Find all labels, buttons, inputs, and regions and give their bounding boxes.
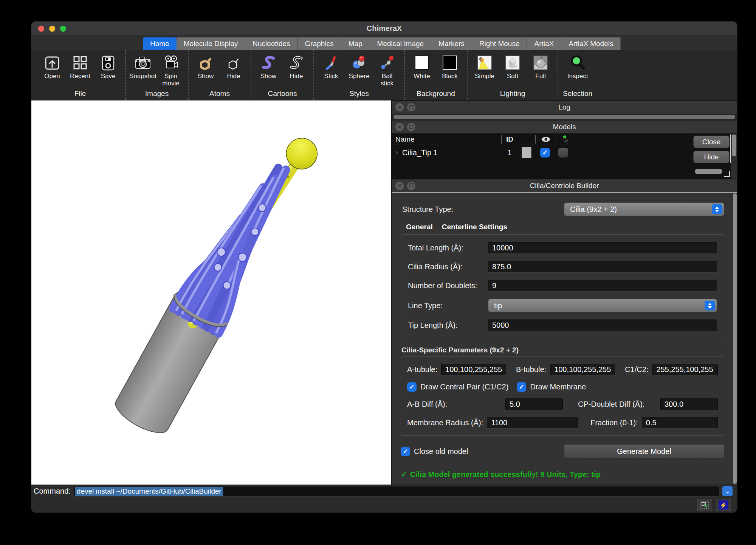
models-vertical-scrollbar[interactable]	[731, 134, 737, 179]
success-text: Cilia Model generated successfully! 9 Un…	[410, 470, 601, 479]
cilia-params-section-label: Cilia-Specific Parameters (9x2 + 2)	[401, 346, 724, 354]
log-horizontal-scrollbar[interactable]	[392, 114, 737, 120]
zoom-window-button[interactable]	[60, 26, 66, 32]
builder-vertical-scrollbar[interactable]	[732, 193, 737, 485]
tab-molecule-display[interactable]: Molecule Display	[177, 37, 246, 50]
diff-row: A-B Diff (Å): CP-Doublet Diff (Å):	[407, 398, 718, 410]
model-color-swatch[interactable]	[522, 147, 531, 158]
models-col-id[interactable]: ID	[501, 135, 518, 144]
total-length-input[interactable]	[488, 242, 717, 254]
tab-home[interactable]: Home	[143, 37, 177, 50]
tab-general[interactable]: General	[406, 223, 433, 231]
disclosure-icon[interactable]: ›	[392, 149, 402, 156]
command-selected-text: devel install ~/Documents/GitHub/CiliaBu…	[75, 487, 223, 496]
recent-button[interactable]: Recent	[68, 54, 93, 80]
tab-medical-image[interactable]: Medical Image	[370, 37, 432, 50]
c1c2-input[interactable]	[652, 364, 718, 375]
models-close-icon[interactable]: ✕	[395, 123, 404, 131]
cartoons-show-button[interactable]: Show	[256, 54, 281, 80]
toolbar-group-lighting: Simple Soft Full Lighting	[468, 50, 558, 100]
cp-doublet-diff-input[interactable]	[660, 398, 718, 410]
ball-stick-style-button[interactable]: Ball stick	[375, 54, 400, 87]
model-shown-checkbox[interactable]: ✓	[540, 148, 550, 157]
number-of-doublets-input[interactable]	[488, 280, 717, 292]
toolbar-group-atoms: Show Hide Atoms	[189, 50, 251, 100]
save-button[interactable]: Save	[96, 54, 121, 80]
models-scrollbar-thumb[interactable]	[732, 134, 736, 156]
tab-markers[interactable]: Markers	[431, 37, 472, 50]
tab-centerline-settings[interactable]: Centerline Settings	[442, 223, 507, 231]
white-background-button[interactable]: White	[409, 54, 434, 80]
fraction-input[interactable]	[642, 417, 718, 429]
tab-map[interactable]: Map	[341, 37, 370, 50]
models-hide-button[interactable]: Hide	[693, 151, 730, 163]
log-float-icon[interactable]: ❐	[407, 103, 415, 111]
shrink-view-button[interactable]	[697, 499, 712, 511]
tab-right-mouse[interactable]: Right Mouse	[472, 37, 527, 50]
stick-style-button[interactable]: Stick	[319, 54, 344, 80]
toolbar-group-label-selection: Selection	[563, 88, 592, 99]
minimize-window-button[interactable]	[49, 26, 55, 32]
panel-resize-indicator[interactable]	[730, 134, 731, 163]
models-col-color[interactable]	[518, 135, 535, 144]
tab-nucleotides[interactable]: Nucleotides	[245, 37, 297, 50]
tab-graphics[interactable]: Graphics	[298, 37, 341, 50]
sphere-style-button[interactable]: Sphere	[347, 54, 372, 80]
fast-mode-button[interactable]: ⚡	[716, 499, 731, 511]
close-window-button[interactable]	[38, 26, 44, 32]
full-lighting-button[interactable]: Full	[528, 54, 553, 80]
spin-movie-button[interactable]: Spin movie	[158, 54, 183, 87]
cilia-radius-input[interactable]	[488, 261, 717, 273]
inspect-button[interactable]: Inspect	[565, 54, 590, 80]
black-background-button[interactable]: Black	[437, 54, 462, 80]
graphics-viewport-3d[interactable]	[31, 100, 391, 485]
b-tubule-input[interactable]	[550, 364, 615, 375]
inspect-label: Inspect	[567, 73, 588, 80]
tab-artiax[interactable]: ArtiaX	[527, 37, 561, 50]
draw-central-pair-checkbox[interactable]: ✓	[407, 382, 417, 392]
cp-doublet-diff-label: CP-Doublet Diff (Å):	[578, 400, 657, 409]
models-partial-button[interactable]	[695, 169, 722, 174]
toolbar-group-background: White Black Background	[405, 50, 468, 100]
models-col-name[interactable]: Name	[392, 135, 501, 144]
a-tubule-input[interactable]	[441, 364, 506, 375]
spinner-arrows-icon	[705, 301, 715, 310]
models-close-button[interactable]: Close	[693, 136, 730, 148]
models-table-header: Name ID	[392, 134, 692, 145]
models-col-shown[interactable]	[535, 135, 556, 144]
models-col-selected[interactable]	[556, 135, 575, 144]
models-float-icon[interactable]: ❐	[407, 123, 415, 131]
builder-float-icon[interactable]: ❐	[407, 182, 415, 190]
open-button[interactable]: Open	[40, 54, 65, 80]
builder-close-icon[interactable]: ✕	[395, 182, 404, 190]
model-row-cilia-tip[interactable]: › Cilia_Tip 1 1 ✓	[392, 145, 692, 160]
toolbar-group-images: Snapshot Spin movie Images	[126, 50, 189, 100]
log-scrollbar-thumb[interactable]	[393, 115, 735, 119]
cartoons-hide-button[interactable]: Hide	[284, 54, 309, 80]
toolbar-group-label-lighting: Lighting	[500, 88, 525, 99]
atoms-show-button[interactable]: Show	[193, 54, 218, 80]
line-type-select[interactable]: tip	[488, 299, 717, 312]
draw-membrane-checkbox[interactable]: ✓	[517, 382, 526, 392]
ab-diff-input[interactable]	[505, 398, 563, 410]
soft-lighting-button[interactable]: Soft	[500, 54, 525, 80]
log-close-icon[interactable]: ✕	[395, 103, 404, 111]
close-old-model-checkbox[interactable]: ✓	[401, 447, 410, 456]
tip-length-input[interactable]	[488, 320, 717, 331]
model-name[interactable]: Cilia_Tip 1	[402, 148, 501, 157]
generate-model-button[interactable]: Generate Model	[564, 444, 724, 459]
save-label: Save	[101, 73, 116, 80]
builder-scrollbar-thumb[interactable]	[733, 193, 737, 484]
tab-artiax-models[interactable]: ArtiaX Models	[561, 37, 621, 50]
command-history-dropdown[interactable]: ⌄	[722, 486, 733, 496]
builder-panel-body: Structure Type: Cilia (9x2 + 2) General …	[392, 193, 737, 485]
command-input[interactable]: devel install ~/Documents/GitHub/CiliaBu…	[74, 486, 719, 497]
model-selected-toggle[interactable]	[558, 148, 568, 157]
snapshot-button[interactable]: Snapshot	[130, 54, 155, 80]
models-resize-corner[interactable]	[724, 171, 730, 177]
simple-lighting-button[interactable]: Simple	[472, 54, 497, 80]
membrane-radius-input[interactable]	[487, 417, 578, 429]
cartoons-hide-icon	[288, 54, 305, 71]
atoms-hide-button[interactable]: Hide	[221, 54, 246, 80]
structure-type-select[interactable]: Cilia (9x2 + 2)	[564, 202, 724, 216]
